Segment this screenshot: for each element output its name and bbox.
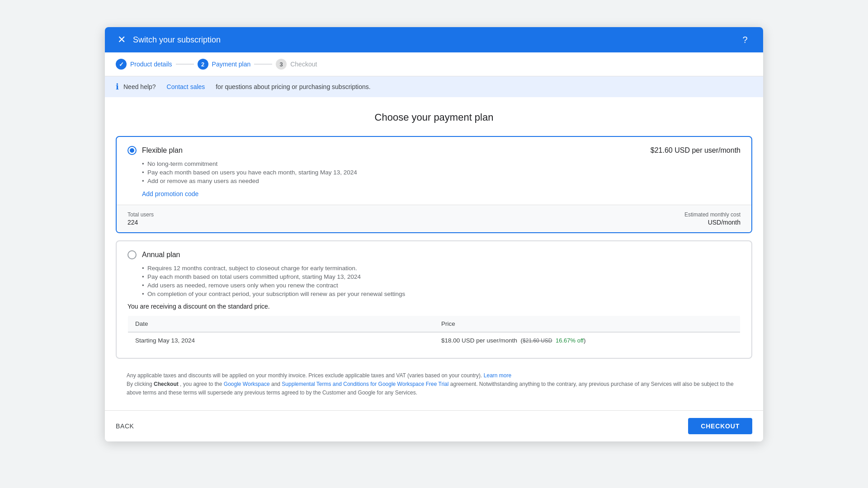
total-users-item: Total users 224 [127,211,154,226]
flexible-plan-bullets: No long-term commitment Pay each month b… [117,160,751,184]
flexible-plan-name: Flexible plan [142,146,183,155]
annual-bullet-3: Add users as needed, remove users only w… [142,282,741,289]
total-users-value: 224 [127,219,154,226]
price-table-price-cell: $18.00 USD per user/month ($21.60 USD 16… [434,333,740,348]
price-table: Date Price Starting May 13, 2024 $18.00 … [127,315,741,349]
dialog-container: ✕ Switch your subscription ? ✓ Product d… [105,27,763,441]
annual-discount-pct: 16.67% off [556,337,584,344]
step-label-checkout: Checkout [290,61,317,68]
annual-plan-radio[interactable] [127,250,137,259]
dialog-body: Choose your payment plan Flexible plan $… [105,97,763,410]
annual-original-price: $21.60 USD [523,338,552,344]
annual-plan-card[interactable]: Annual plan Requires 12 months contract,… [116,240,752,359]
help-button[interactable]: ? [738,33,752,47]
monthly-cost-value: USD/month [684,219,741,226]
step-circle-product-details: ✓ [116,59,127,70]
terms-middle: , you agree to the [180,381,222,387]
back-button[interactable]: BACK [116,422,134,430]
annual-price-value: $18.00 USD per user/month [441,337,517,344]
tax-note: Any applicable taxes and discounts will … [127,372,482,379]
step-circle-payment-plan: 2 [198,59,208,70]
checkout-button[interactable]: CHECKOUT [688,418,752,434]
flexible-plan-radio[interactable] [127,146,137,155]
info-banner: ℹ Need help? Contact sales for questions… [105,76,763,97]
info-text-before: Need help? [123,83,156,90]
dialog-title: Switch your subscription [133,35,221,45]
dialog-actions: BACK CHECKOUT [105,410,763,441]
annual-plan-name: Annual plan [142,251,180,259]
terms-prefix: By clicking [127,381,152,387]
monthly-cost-label: Estimated monthly cost [684,211,741,218]
price-table-date: Starting May 13, 2024 [128,333,434,348]
price-table-row-1: Starting May 13, 2024 $18.00 USD per use… [128,333,740,348]
flexible-plan-price: $21.60 USD per user/month [651,146,741,155]
annual-plan-header-left: Annual plan [127,250,180,259]
annual-bullet-2: Pay each month based on total users comm… [142,273,741,280]
step-divider-2 [254,64,272,65]
annual-bullet-1: Requires 12 months contract, subject to … [142,265,741,272]
price-table-header-date: Date [128,316,434,332]
step-product-details: ✓ Product details [116,59,172,70]
discount-notice: You are receiving a discount on the stan… [127,303,741,310]
monthly-cost-item: Estimated monthly cost USD/month [684,211,741,226]
checkout-word: Checkout [154,381,179,387]
close-button[interactable]: ✕ [116,33,127,47]
step-checkout: 3 Checkout [276,59,317,70]
add-promotion-code-link[interactable]: Add promotion code [142,190,198,197]
flexible-plan-footer: Total users 224 Estimated monthly cost U… [117,205,751,232]
price-table-header-price: Price [434,316,740,332]
step-label-product-details: Product details [130,61,172,68]
info-icon: ℹ [116,82,119,92]
flexible-plan-card[interactable]: Flexible plan $21.60 USD per user/month … [116,136,752,233]
contact-sales-link[interactable]: Contact sales [167,83,205,90]
total-users-label: Total users [127,211,154,218]
annual-plan-bullets: Requires 12 months contract, subject to … [127,265,741,297]
flexible-bullet-3: Add or remove as many users as needed [142,178,741,184]
stepper: ✓ Product details 2 Payment plan 3 Check… [105,52,763,76]
step-circle-checkout: 3 [276,59,287,70]
annual-plan-body: Requires 12 months contract, subject to … [117,265,751,358]
footer-text: Any applicable taxes and discounts will … [116,366,752,399]
dialog-header-left: ✕ Switch your subscription [116,33,221,47]
flexible-plan-header-left: Flexible plan [127,146,183,155]
flexible-plan-header: Flexible plan $21.60 USD per user/month [117,137,751,160]
supplemental-terms-link[interactable]: Supplemental Terms and Conditions for Go… [282,381,448,387]
terms-and: and [271,381,282,387]
info-text-after: for questions about pricing or purchasin… [216,83,370,90]
annual-bullet-4: On completion of your contract period, y… [142,291,741,297]
step-payment-plan: 2 Payment plan [198,59,251,70]
google-workspace-link[interactable]: Google Workspace [224,381,270,387]
flexible-bullet-2: Pay each month based on users you have e… [142,169,741,176]
page-title: Choose your payment plan [116,112,752,123]
step-divider-1 [176,64,194,65]
dialog-header: ✕ Switch your subscription ? [105,27,763,52]
annual-plan-header: Annual plan [117,241,751,265]
flexible-bullet-1: No long-term commitment [142,160,741,167]
price-table-header-row: Date Price [128,316,740,333]
step-label-payment-plan: Payment plan [212,61,251,68]
learn-more-link[interactable]: Learn more [484,372,511,379]
